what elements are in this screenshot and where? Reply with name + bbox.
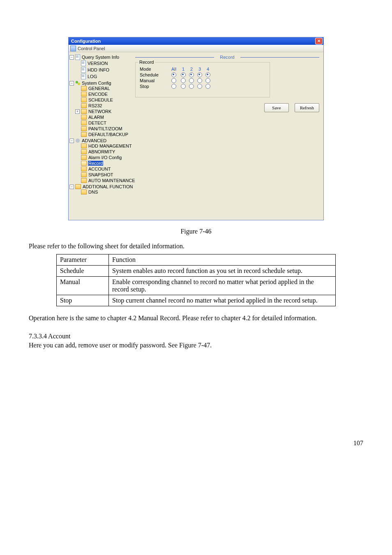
folder-icon [81, 155, 87, 160]
radio-schedule-4[interactable] [205, 72, 210, 77]
radio-manual-1[interactable] [181, 78, 186, 83]
table-row: Stop Stop current channel record no matt… [57, 295, 336, 306]
tree-auto-maintenance[interactable]: AUTO MAINTENANCE [75, 178, 131, 183]
section-heading: 7.3.3.4 Account [29, 333, 363, 340]
radio-stop-2[interactable] [189, 84, 194, 89]
figure-caption: Figure 7-46 [29, 228, 363, 235]
cell-param: Manual [57, 277, 109, 295]
radio-schedule-3[interactable] [197, 72, 202, 77]
radio-schedule-2[interactable] [189, 72, 194, 77]
tree-abnormity[interactable]: ABNORMITY [75, 149, 131, 154]
col-1: 1 [179, 67, 187, 72]
close-icon[interactable]: ✕ [315, 38, 323, 44]
section-text: Here you can add, remove user or modify … [29, 342, 363, 349]
tree-advanced[interactable]: − ADVANCED [69, 138, 131, 143]
refresh-button[interactable]: Refresh [295, 103, 319, 112]
folder-icon [81, 166, 87, 171]
collapse-icon[interactable]: − [69, 81, 74, 86]
save-button[interactable]: Save [264, 103, 289, 112]
row-stop-label: Stop [140, 84, 168, 89]
radio-manual-4[interactable] [205, 78, 210, 83]
col-2: 2 [187, 67, 196, 72]
folder-icon [81, 126, 87, 131]
titlebar[interactable]: Configuration ✕ [69, 37, 323, 45]
tree-ptz[interactable]: PAN/TILT/ZOOM [75, 126, 131, 131]
tree-system-config[interactable]: − System Config [69, 81, 131, 86]
collapse-icon[interactable]: − [69, 185, 74, 189]
folder-icon [81, 143, 87, 148]
expand-icon[interactable]: + [75, 109, 80, 114]
section-header: Record [135, 55, 319, 60]
row-schedule-label: Schedule [140, 72, 168, 77]
tree-snapshot[interactable]: SNAPSHOT [75, 172, 131, 177]
tree-account[interactable]: ACCOUNT [75, 166, 131, 171]
radio-stop-3[interactable] [197, 84, 202, 89]
folder-icon [81, 132, 87, 137]
tools-icon [75, 81, 80, 86]
tree-record[interactable]: Record [75, 161, 131, 166]
control-panel-label: Control Panel [78, 46, 105, 51]
tree-hdd-management[interactable]: HDD MANAGEMENT [75, 143, 131, 148]
operation-note: Operation here is the same to chapter 4.… [29, 314, 363, 322]
tree-detect[interactable]: DETECT [75, 120, 131, 125]
mode-label: Mode [140, 67, 168, 72]
tree-rs232[interactable]: RS232 [75, 103, 131, 108]
collapse-icon[interactable]: − [69, 139, 74, 143]
tree-schedule[interactable]: SCHEDULE [75, 97, 131, 102]
panel-icon [70, 46, 76, 51]
content-pane: Record Record Mode All 1 2 3 4 Schedule [132, 52, 323, 220]
tree-general[interactable]: GENERAL [75, 86, 131, 91]
th-parameter: Parameter [57, 254, 109, 266]
table-row: Manual Enable corresponding channel to r… [57, 277, 336, 295]
tree-additional-function[interactable]: − ADDTIONAL FUNCTION [69, 184, 131, 189]
page-icon [81, 74, 86, 79]
tree-network[interactable]: +NETWORK [75, 109, 131, 114]
folder-icon [81, 92, 87, 97]
tree-default-backup[interactable]: DEFAULT/BACKUP [75, 132, 131, 137]
folder-icon [81, 190, 87, 194]
radio-manual-all[interactable] [171, 78, 176, 83]
radio-stop-1[interactable] [181, 84, 186, 89]
th-function: Function [109, 254, 336, 266]
folder-icon [81, 97, 87, 102]
col-4: 4 [204, 67, 212, 72]
group-legend: Record [138, 60, 155, 65]
collapse-icon[interactable]: − [69, 55, 74, 60]
tree-version[interactable]: VERSION [75, 60, 131, 66]
col-all: All [168, 67, 179, 72]
radio-stop-4[interactable] [205, 84, 210, 89]
folder-icon [81, 109, 87, 114]
tree-query-system-info[interactable]: − Query System Info [69, 54, 131, 60]
col-3: 3 [196, 67, 204, 72]
page-icon [81, 67, 86, 73]
folder-open-icon [81, 161, 87, 166]
page-icon [75, 54, 80, 60]
control-panel-row[interactable]: Control Panel [69, 45, 323, 52]
page-icon [81, 60, 86, 66]
window-title: Configuration [71, 39, 101, 44]
nav-tree: − Query System Info VERSION HDD INFO LOG… [69, 52, 132, 220]
radio-manual-2[interactable] [189, 78, 194, 83]
section-title: Record [214, 55, 240, 60]
folder-icon [81, 178, 87, 183]
param-table: Parameter Function Schedule System enabl… [56, 254, 336, 306]
tree-alarm[interactable]: ALARM [75, 115, 131, 120]
row-manual-label: Manual [140, 78, 168, 83]
tree-log[interactable]: LOG [75, 74, 131, 79]
tree-dns[interactable]: DNS [75, 190, 131, 194]
folder-icon [81, 149, 87, 154]
table-row: Schedule System enables auto record func… [57, 266, 336, 277]
config-window: Configuration ✕ Control Panel − Query Sy… [68, 37, 324, 220]
tree-alarm-io[interactable]: Alarm I/O Config [75, 155, 131, 160]
page-number: 107 [29, 439, 363, 447]
cell-param: Schedule [57, 266, 109, 277]
folder-icon [81, 86, 87, 91]
tree-encode[interactable]: ENCODE [75, 92, 131, 97]
radio-schedule-all[interactable] [171, 72, 176, 77]
tree-hdd-info[interactable]: HDD INFO [75, 67, 131, 73]
folder-icon [81, 172, 87, 177]
radio-stop-all[interactable] [171, 84, 176, 89]
cell-func: Enable corresponding channel to record n… [109, 277, 336, 295]
radio-manual-3[interactable] [197, 78, 202, 83]
radio-schedule-1[interactable] [181, 72, 186, 77]
